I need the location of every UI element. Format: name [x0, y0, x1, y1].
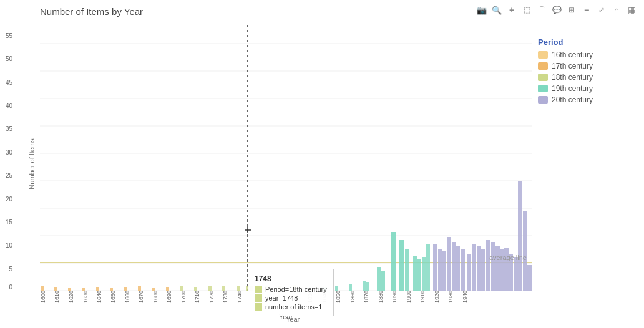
svg-rect-30: [250, 286, 253, 291]
svg-rect-67: [518, 181, 522, 291]
svg-rect-61: [491, 242, 495, 291]
y-tick-0: 0: [0, 284, 12, 291]
x-tick-1690: 1690: [166, 291, 172, 303]
svg-rect-57: [472, 244, 476, 291]
svg-rect-43: [399, 240, 404, 291]
x-tick-1670: 1670: [138, 291, 144, 303]
legend-label-16th: 16th century: [552, 51, 593, 59]
y-tick-45: 45: [0, 79, 12, 86]
grid-icon[interactable]: ⊞: [565, 4, 578, 16]
toolbar: 📷 🔍 + ⬚ ⌒ 💬 ⊞ − ⤢ ⌂ ▦: [476, 4, 638, 16]
y-tick-20: 20: [0, 196, 12, 203]
plus-icon[interactable]: +: [505, 4, 518, 16]
svg-rect-40: [377, 267, 381, 291]
chart-title: Number of Items by Year: [40, 6, 143, 17]
svg-rect-45: [413, 256, 417, 291]
svg-rect-51: [442, 251, 446, 291]
x-tick-1740: 1740: [237, 291, 243, 303]
average-line-label: average line: [489, 254, 527, 261]
svg-rect-55: [461, 249, 465, 291]
lasso-icon[interactable]: ⌒: [535, 4, 548, 16]
svg-rect-56: [467, 254, 471, 291]
svg-rect-58: [477, 246, 481, 291]
svg-rect-68: [523, 211, 527, 291]
svg-rect-44: [405, 249, 409, 291]
legend-item-20th: 20th century: [538, 95, 638, 104]
x-tick-1720: 1720: [208, 291, 215, 303]
svg-rect-31: [265, 286, 268, 291]
svg-rect-36: [335, 286, 338, 291]
x-tick-1600: 1600: [40, 291, 46, 303]
svg-rect-42: [391, 232, 396, 291]
svg-rect-29: [246, 286, 249, 291]
legend-swatch-20th: [538, 96, 548, 104]
legend: Period 16th century 17th century 18th ce…: [538, 37, 638, 107]
x-tick-1940: 1940: [462, 291, 468, 303]
svg-rect-53: [452, 242, 456, 291]
svg-rect-69: [527, 265, 532, 291]
svg-rect-37: [349, 284, 352, 291]
chart-container: Number of Items by Year 📷 🔍 + ⬚ ⌒ 💬 ⊞ − …: [0, 0, 644, 328]
svg-rect-49: [433, 244, 437, 291]
expand-icon[interactable]: ⤢: [595, 4, 608, 16]
legend-item-18th: 18th century: [538, 73, 638, 82]
y-tick-35: 35: [0, 125, 12, 132]
svg-rect-47: [422, 257, 426, 291]
svg-rect-24: [180, 286, 183, 291]
y-tick-55: 55: [0, 32, 12, 39]
legend-title: Period: [538, 37, 638, 47]
x-tick-1610: 1610: [54, 291, 60, 303]
x-tick-1650: 1650: [110, 291, 116, 303]
svg-rect-28: [237, 286, 240, 291]
y-tick-10: 10: [0, 242, 12, 249]
x-tick-1710: 1710: [194, 291, 200, 303]
zoom-icon[interactable]: 🔍: [490, 4, 503, 16]
x-tick-1700: 1700: [180, 291, 187, 303]
svg-rect-41: [381, 271, 385, 291]
svg-rect-62: [495, 246, 500, 291]
y-tick-5: 5: [0, 266, 12, 273]
y-tick-25: 25: [0, 172, 12, 179]
x-tick-1840: 1840: [321, 291, 328, 303]
x-tick-1680: 1680: [152, 291, 159, 303]
y-tick-30: 30: [0, 149, 12, 156]
x-tick-1830: 1830: [307, 291, 313, 303]
annotate-icon[interactable]: 💬: [550, 4, 563, 16]
home-icon[interactable]: ⌂: [610, 4, 623, 16]
legend-item-19th: 19th century: [538, 84, 638, 93]
camera-icon[interactable]: 📷: [476, 4, 488, 16]
svg-rect-50: [438, 249, 442, 291]
legend-label-18th: 18th century: [552, 73, 593, 82]
legend-swatch-17th: [538, 62, 548, 70]
svg-rect-59: [481, 249, 485, 291]
legend-label-17th: 17th century: [552, 62, 593, 70]
svg-rect-27: [222, 286, 225, 291]
legend-item-16th: 16th century: [538, 51, 638, 59]
legend-label-19th: 19th century: [552, 84, 593, 93]
legend-swatch-18th: [538, 74, 548, 81]
svg-rect-52: [447, 237, 451, 291]
y-tick-15: 15: [0, 219, 12, 226]
x-axis-label-text: Year: [286, 316, 300, 323]
x-tick-1900: 1900: [406, 291, 412, 303]
legend-label-20th: 20th century: [552, 95, 593, 104]
y-axis-label: Number of Items: [28, 138, 36, 189]
bar-chart-icon[interactable]: ▦: [625, 4, 638, 16]
x-tick-1660: 1660: [124, 291, 130, 303]
select-icon[interactable]: ⬚: [520, 4, 533, 16]
svg-rect-21: [138, 286, 141, 291]
minus-icon[interactable]: −: [580, 4, 593, 16]
chart-svg[interactable]: [40, 25, 532, 291]
svg-rect-39: [366, 282, 369, 291]
x-tick-1870: 1870: [363, 291, 369, 303]
svg-rect-46: [417, 259, 421, 291]
y-tick-50: 50: [0, 55, 12, 62]
legend-item-17th: 17th century: [538, 62, 638, 70]
x-tick-1930: 1930: [447, 291, 454, 303]
svg-rect-33: [293, 285, 296, 291]
svg-rect-48: [426, 244, 430, 291]
x-tick-1640: 1640: [96, 291, 102, 303]
svg-rect-26: [208, 286, 212, 291]
svg-rect-66: [514, 257, 518, 291]
x-tick-1910: 1910: [419, 291, 426, 303]
